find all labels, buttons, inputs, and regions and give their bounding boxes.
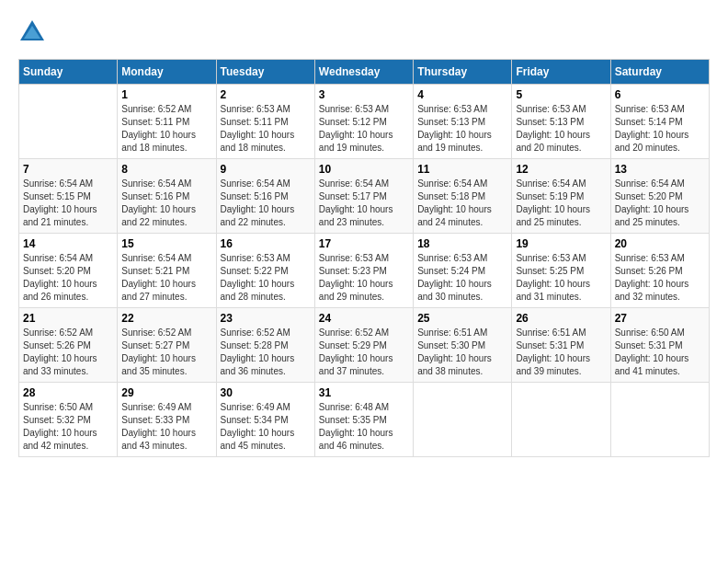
day-detail: Sunrise: 6:52 AMSunset: 5:27 PMDaylight:… bbox=[121, 327, 211, 378]
day-detail: Sunrise: 6:54 AMSunset: 5:16 PMDaylight:… bbox=[221, 178, 311, 229]
calendar-cell: 24Sunrise: 6:52 AMSunset: 5:29 PMDayligh… bbox=[314, 308, 413, 383]
calendar-cell: 2Sunrise: 6:53 AMSunset: 5:11 PMDaylight… bbox=[216, 85, 314, 159]
day-detail: Sunrise: 6:54 AMSunset: 5:17 PMDaylight:… bbox=[319, 178, 409, 229]
header-day-saturday: Saturday bbox=[610, 60, 709, 85]
day-detail: Sunrise: 6:51 AMSunset: 5:30 PMDaylight:… bbox=[417, 327, 507, 378]
day-detail: Sunrise: 6:52 AMSunset: 5:29 PMDaylight:… bbox=[319, 327, 409, 378]
calendar-cell: 14Sunrise: 6:54 AMSunset: 5:20 PMDayligh… bbox=[19, 234, 118, 308]
day-number: 21 bbox=[23, 312, 113, 325]
day-number: 16 bbox=[221, 237, 311, 250]
day-number: 6 bbox=[615, 88, 705, 101]
calendar-body: 1Sunrise: 6:52 AMSunset: 5:11 PMDaylight… bbox=[19, 85, 710, 457]
calendar-header: SundayMondayTuesdayWednesdayThursdayFrid… bbox=[19, 60, 710, 85]
calendar-cell: 7Sunrise: 6:54 AMSunset: 5:15 PMDaylight… bbox=[19, 159, 118, 234]
day-detail: Sunrise: 6:49 AMSunset: 5:34 PMDaylight:… bbox=[221, 401, 311, 453]
calendar-cell: 1Sunrise: 6:52 AMSunset: 5:11 PMDaylight… bbox=[118, 85, 216, 159]
calendar-week-1: 1Sunrise: 6:52 AMSunset: 5:11 PMDaylight… bbox=[19, 85, 710, 159]
calendar-cell: 26Sunrise: 6:51 AMSunset: 5:31 PMDayligh… bbox=[512, 308, 610, 383]
day-number: 17 bbox=[319, 237, 409, 250]
day-number: 3 bbox=[319, 88, 409, 101]
calendar-cell: 29Sunrise: 6:49 AMSunset: 5:33 PMDayligh… bbox=[118, 383, 216, 457]
day-detail: Sunrise: 6:54 AMSunset: 5:21 PMDaylight:… bbox=[121, 252, 211, 304]
day-number: 31 bbox=[319, 386, 409, 399]
header-day-monday: Monday bbox=[118, 60, 216, 85]
day-detail: Sunrise: 6:53 AMSunset: 5:25 PMDaylight:… bbox=[516, 252, 606, 304]
calendar-cell: 3Sunrise: 6:53 AMSunset: 5:12 PMDaylight… bbox=[314, 85, 413, 159]
logo-icon bbox=[18, 18, 46, 44]
calendar-week-4: 21Sunrise: 6:52 AMSunset: 5:26 PMDayligh… bbox=[19, 308, 710, 383]
day-number: 14 bbox=[23, 237, 113, 250]
day-number: 8 bbox=[121, 163, 211, 176]
calendar-cell: 28Sunrise: 6:50 AMSunset: 5:32 PMDayligh… bbox=[19, 383, 118, 457]
calendar-cell: 31Sunrise: 6:48 AMSunset: 5:35 PMDayligh… bbox=[314, 383, 413, 457]
day-detail: Sunrise: 6:53 AMSunset: 5:22 PMDaylight:… bbox=[221, 252, 311, 304]
calendar-cell: 16Sunrise: 6:53 AMSunset: 5:22 PMDayligh… bbox=[216, 234, 314, 308]
header-day-wednesday: Wednesday bbox=[314, 60, 413, 85]
day-number: 7 bbox=[23, 163, 113, 176]
day-detail: Sunrise: 6:53 AMSunset: 5:23 PMDaylight:… bbox=[319, 252, 409, 304]
calendar-cell: 8Sunrise: 6:54 AMSunset: 5:16 PMDaylight… bbox=[118, 159, 216, 234]
day-detail: Sunrise: 6:53 AMSunset: 5:12 PMDaylight:… bbox=[319, 103, 409, 155]
calendar-cell: 25Sunrise: 6:51 AMSunset: 5:30 PMDayligh… bbox=[414, 308, 512, 383]
day-detail: Sunrise: 6:49 AMSunset: 5:33 PMDaylight:… bbox=[121, 401, 211, 453]
calendar-cell: 13Sunrise: 6:54 AMSunset: 5:20 PMDayligh… bbox=[610, 159, 709, 234]
day-detail: Sunrise: 6:54 AMSunset: 5:15 PMDaylight:… bbox=[23, 178, 113, 229]
calendar-cell: 6Sunrise: 6:53 AMSunset: 5:14 PMDaylight… bbox=[610, 85, 709, 159]
calendar-cell: 5Sunrise: 6:53 AMSunset: 5:13 PMDaylight… bbox=[512, 85, 610, 159]
day-detail: Sunrise: 6:52 AMSunset: 5:26 PMDaylight:… bbox=[23, 327, 113, 378]
day-number: 27 bbox=[615, 312, 705, 325]
day-detail: Sunrise: 6:54 AMSunset: 5:20 PMDaylight:… bbox=[23, 252, 113, 304]
header-day-sunday: Sunday bbox=[19, 60, 118, 85]
day-number: 9 bbox=[221, 163, 311, 176]
day-detail: Sunrise: 6:53 AMSunset: 5:14 PMDaylight:… bbox=[615, 103, 705, 155]
calendar-cell: 12Sunrise: 6:54 AMSunset: 5:19 PMDayligh… bbox=[512, 159, 610, 234]
calendar-cell: 9Sunrise: 6:54 AMSunset: 5:16 PMDaylight… bbox=[216, 159, 314, 234]
day-number: 12 bbox=[516, 163, 606, 176]
day-number: 1 bbox=[121, 88, 211, 101]
calendar-cell bbox=[610, 383, 709, 457]
calendar-week-2: 7Sunrise: 6:54 AMSunset: 5:15 PMDaylight… bbox=[19, 159, 710, 234]
day-number: 20 bbox=[615, 237, 705, 250]
calendar-cell bbox=[414, 383, 512, 457]
day-number: 30 bbox=[221, 386, 311, 399]
calendar-cell: 23Sunrise: 6:52 AMSunset: 5:28 PMDayligh… bbox=[216, 308, 314, 383]
calendar-cell: 4Sunrise: 6:53 AMSunset: 5:13 PMDaylight… bbox=[414, 85, 512, 159]
calendar-week-3: 14Sunrise: 6:54 AMSunset: 5:20 PMDayligh… bbox=[19, 234, 710, 308]
calendar-cell: 20Sunrise: 6:53 AMSunset: 5:26 PMDayligh… bbox=[610, 234, 709, 308]
day-detail: Sunrise: 6:53 AMSunset: 5:13 PMDaylight:… bbox=[417, 103, 507, 155]
header-day-friday: Friday bbox=[512, 60, 610, 85]
day-detail: Sunrise: 6:52 AMSunset: 5:28 PMDaylight:… bbox=[221, 327, 311, 378]
day-detail: Sunrise: 6:50 AMSunset: 5:31 PMDaylight:… bbox=[615, 327, 705, 378]
day-number: 15 bbox=[121, 237, 211, 250]
day-detail: Sunrise: 6:54 AMSunset: 5:18 PMDaylight:… bbox=[417, 178, 507, 229]
day-detail: Sunrise: 6:53 AMSunset: 5:26 PMDaylight:… bbox=[615, 252, 705, 304]
calendar-cell: 18Sunrise: 6:53 AMSunset: 5:24 PMDayligh… bbox=[414, 234, 512, 308]
day-detail: Sunrise: 6:54 AMSunset: 5:16 PMDaylight:… bbox=[121, 178, 211, 229]
page-header bbox=[18, 18, 710, 44]
day-number: 2 bbox=[221, 88, 311, 101]
calendar-cell: 22Sunrise: 6:52 AMSunset: 5:27 PMDayligh… bbox=[118, 308, 216, 383]
logo bbox=[18, 18, 50, 44]
day-number: 23 bbox=[221, 312, 311, 325]
day-number: 26 bbox=[516, 312, 606, 325]
calendar-cell bbox=[19, 85, 118, 159]
day-detail: Sunrise: 6:53 AMSunset: 5:13 PMDaylight:… bbox=[516, 103, 606, 155]
day-number: 29 bbox=[121, 386, 211, 399]
day-detail: Sunrise: 6:53 AMSunset: 5:11 PMDaylight:… bbox=[221, 103, 311, 155]
calendar-cell: 21Sunrise: 6:52 AMSunset: 5:26 PMDayligh… bbox=[19, 308, 118, 383]
day-number: 13 bbox=[615, 163, 705, 176]
day-detail: Sunrise: 6:54 AMSunset: 5:19 PMDaylight:… bbox=[516, 178, 606, 229]
day-detail: Sunrise: 6:53 AMSunset: 5:24 PMDaylight:… bbox=[417, 252, 507, 304]
calendar-week-5: 28Sunrise: 6:50 AMSunset: 5:32 PMDayligh… bbox=[19, 383, 710, 457]
day-detail: Sunrise: 6:50 AMSunset: 5:32 PMDaylight:… bbox=[23, 401, 113, 453]
calendar-cell: 11Sunrise: 6:54 AMSunset: 5:18 PMDayligh… bbox=[414, 159, 512, 234]
calendar-table: SundayMondayTuesdayWednesdayThursdayFrid… bbox=[18, 59, 710, 457]
day-number: 10 bbox=[319, 163, 409, 176]
day-detail: Sunrise: 6:54 AMSunset: 5:20 PMDaylight:… bbox=[615, 178, 705, 229]
calendar-cell: 27Sunrise: 6:50 AMSunset: 5:31 PMDayligh… bbox=[610, 308, 709, 383]
day-number: 5 bbox=[516, 88, 606, 101]
day-number: 4 bbox=[417, 88, 507, 101]
header-row: SundayMondayTuesdayWednesdayThursdayFrid… bbox=[19, 60, 710, 85]
day-detail: Sunrise: 6:51 AMSunset: 5:31 PMDaylight:… bbox=[516, 327, 606, 378]
calendar-cell bbox=[512, 383, 610, 457]
